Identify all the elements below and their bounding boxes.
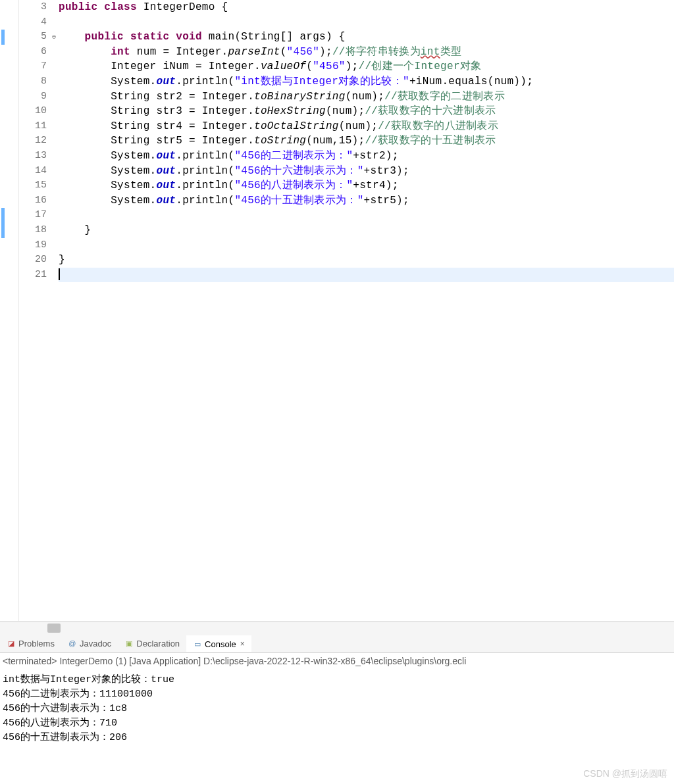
code-line[interactable]: } xyxy=(59,253,674,268)
marker-line xyxy=(0,15,18,30)
marker-column xyxy=(0,0,19,621)
console-header: <terminated> IntegerDemo (1) [Java Appli… xyxy=(0,653,674,672)
marker-line xyxy=(1,208,5,223)
code-line[interactable]: int num = Integer.parseInt("456");//将字符串… xyxy=(59,45,674,60)
code-line[interactable]: String str5 = Integer.toString(num,15);/… xyxy=(59,134,674,149)
line-number: 13 xyxy=(19,149,47,164)
code-lines[interactable]: public class IntegerDemo { public static… xyxy=(59,0,674,282)
fold-empty xyxy=(49,253,59,268)
horizontal-scrollbar[interactable] xyxy=(0,622,674,634)
line-number: 12 xyxy=(19,134,47,149)
scrollbar-thumb[interactable] xyxy=(47,624,61,633)
code-line[interactable]: } xyxy=(59,223,674,238)
line-number: 11 xyxy=(19,119,47,134)
code-line[interactable]: Integer iNum = Integer.valueOf("456");//… xyxy=(59,59,674,74)
code-line[interactable] xyxy=(59,238,674,253)
tab-console[interactable]: ▭ Console × xyxy=(186,635,251,652)
line-number: 6 xyxy=(19,45,47,60)
tab-declaration[interactable]: ▣ Declaration xyxy=(118,636,186,651)
console-line: int数据与Integer对象的比较：true xyxy=(3,673,671,687)
code-line[interactable]: public class IntegerDemo { xyxy=(59,0,674,15)
fold-toggle-icon[interactable] xyxy=(49,30,59,45)
marker-line xyxy=(0,149,18,164)
code-line[interactable]: System.out.println("456的十五进制表示为："+str5); xyxy=(59,193,674,208)
tab-javadoc[interactable]: @ Javadoc xyxy=(61,636,118,651)
fold-column xyxy=(49,0,59,621)
line-number: 10 xyxy=(19,104,47,119)
tab-problems[interactable]: ◪ Problems xyxy=(0,636,61,651)
fold-empty xyxy=(49,223,59,238)
fold-empty xyxy=(49,268,59,283)
code-line[interactable]: String str3 = Integer.toHexString(num);/… xyxy=(59,104,674,119)
fold-empty xyxy=(49,15,59,30)
javadoc-icon: @ xyxy=(68,639,77,648)
line-number: 7 xyxy=(19,59,47,74)
problems-icon: ◪ xyxy=(7,639,16,648)
line-number: 19 xyxy=(19,238,47,253)
fold-empty xyxy=(49,238,59,253)
fold-empty xyxy=(49,74,59,89)
line-number: 14 xyxy=(19,164,47,179)
console-line: 456的八进制表示为：710 xyxy=(3,716,671,731)
declaration-icon: ▣ xyxy=(124,639,134,648)
code-line[interactable]: System.out.println("456的二进制表示为："+str2); xyxy=(59,149,674,164)
fold-empty xyxy=(49,119,59,134)
marker-line xyxy=(1,30,5,45)
line-number: 3 xyxy=(19,0,47,15)
tab-label: Javadoc xyxy=(80,639,111,649)
fold-empty xyxy=(49,45,59,60)
console-output[interactable]: int数据与Integer对象的比较：true456的二进制表示为：111001… xyxy=(0,672,674,747)
close-icon[interactable]: × xyxy=(240,639,245,649)
line-number: 17 xyxy=(19,208,47,223)
fold-empty xyxy=(49,89,59,105)
fold-empty xyxy=(49,193,59,208)
fold-empty xyxy=(49,104,59,119)
line-number: 18 xyxy=(19,223,47,238)
fold-empty xyxy=(49,178,59,193)
code-line[interactable]: public static void main(String[] args) { xyxy=(59,30,674,45)
marker-line xyxy=(0,45,18,60)
line-number: 9 xyxy=(19,89,47,105)
code-line[interactable]: String str4 = Integer.toOctalString(num)… xyxy=(59,119,674,134)
code-line[interactable]: System.out.println("int数据与Integer对象的比较："… xyxy=(59,74,674,89)
watermark-text: CSDN @抓到汤圆嘻 xyxy=(583,768,667,780)
marker-line xyxy=(0,0,18,15)
tab-label: Declaration xyxy=(136,639,180,649)
line-number: 21 xyxy=(19,268,47,283)
fold-empty xyxy=(49,59,59,74)
fold-empty xyxy=(49,149,59,164)
line-number: 5 xyxy=(19,30,47,45)
fold-empty xyxy=(49,0,59,15)
code-line[interactable]: System.out.println("456的八进制表示为："+str4); xyxy=(59,178,674,193)
marker-line xyxy=(0,164,18,179)
code-line[interactable]: String str2 = Integer.toBinaryString(num… xyxy=(59,89,674,105)
marker-line xyxy=(0,119,18,134)
marker-line xyxy=(0,59,18,74)
code-line[interactable]: System.out.println("456的十六进制表示为："+str3); xyxy=(59,164,674,179)
line-number-gutter: 3456789101112131415161718192021 xyxy=(19,0,49,621)
line-number: 15 xyxy=(19,178,47,193)
tab-label: Problems xyxy=(18,639,55,649)
marker-line xyxy=(0,238,18,253)
code-line[interactable] xyxy=(59,208,674,223)
code-line[interactable] xyxy=(59,15,674,30)
line-number: 16 xyxy=(19,193,47,208)
line-number: 20 xyxy=(19,253,47,268)
console-line: 456的十五进制表示为：206 xyxy=(3,731,671,745)
marker-line xyxy=(0,74,18,89)
marker-line xyxy=(0,89,18,105)
marker-line xyxy=(0,253,18,268)
console-icon: ▭ xyxy=(193,639,202,649)
fold-empty xyxy=(49,134,59,149)
console-line: 456的二进制表示为：111001000 xyxy=(3,687,671,702)
marker-line xyxy=(0,178,18,193)
console-line: 456的十六进制表示为：1c8 xyxy=(3,702,671,716)
code-content-area[interactable]: public class IntegerDemo { public static… xyxy=(59,0,674,621)
marker-line xyxy=(0,104,18,119)
views-tabstrip: ◪ Problems @ Javadoc ▣ Declaration ▭ Con… xyxy=(0,634,674,653)
fold-empty xyxy=(49,208,59,223)
code-editor[interactable]: 3456789101112131415161718192021 public c… xyxy=(0,0,674,622)
fold-empty xyxy=(49,164,59,179)
code-line[interactable] xyxy=(59,268,674,283)
line-number: 8 xyxy=(19,74,47,89)
